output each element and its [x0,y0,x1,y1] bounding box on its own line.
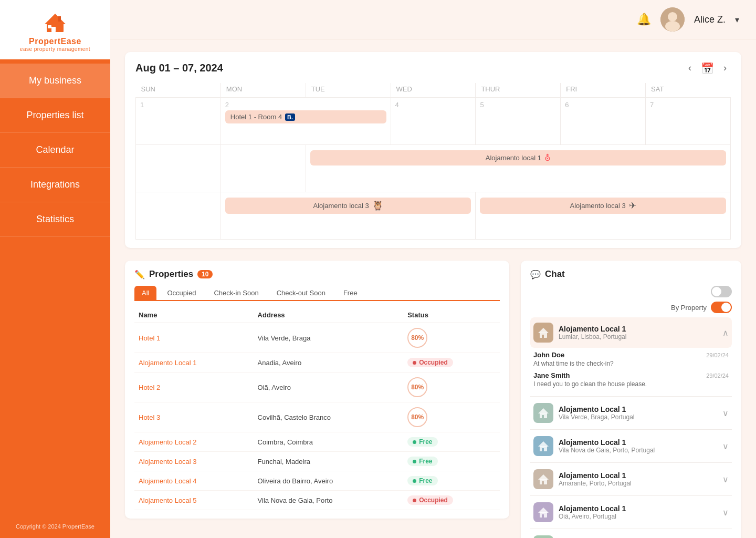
calendar-prev-button[interactable]: ‹ [684,60,696,76]
status-badge: Free [407,457,437,466]
chat-property-header[interactable]: Alojamento Local 1Vila Verde, Braga, Por… [530,398,732,428]
property-name-cell: Hotel 2 [134,373,254,402]
booking-hotel1-room4[interactable]: Hotel 1 - Room 4 B. [225,110,386,123]
table-row: Alojamento Local 4Oliveira do Bairro, Av… [134,471,500,491]
notification-bell-icon[interactable]: 🔔 [637,13,651,26]
chevron-down-icon[interactable]: ▾ [735,15,739,25]
chat-property-name: Alojamento Local 1 [559,504,717,513]
chat-property-name: Alojamento Local 1 [559,405,717,413]
calendar-next-button[interactable]: › [719,60,731,76]
filter-tab-checkin-soon[interactable]: Check-in Soon [206,286,266,300]
property-name-link[interactable]: Alojamento Local 5 [139,496,197,504]
header: 🔔 Alice Z. ▾ [110,0,756,39]
booking-label: Alojamento local 3 [570,202,626,210]
property-name-cell: Alojamento Local 4 [134,471,254,491]
calendar-nav: ‹ 📅 › [684,60,731,76]
tripadvisor-icon: 🦉 [372,200,383,211]
user-name[interactable]: Alice Z. [694,14,726,25]
property-name-link[interactable]: Hotel 3 [139,413,160,421]
filter-tab-checkout-soon[interactable]: Check-out Soon [269,286,333,300]
chat-groups: Alojamento Local 1Lumiar, Lisboa, Portug… [530,317,732,538]
calendar-row-2: Alojamento local 1 ⛢ [136,145,731,192]
property-name-link[interactable]: Hotel 1 [139,334,160,342]
status-dot-occupied [413,361,416,365]
property-status-cell: Occupied [403,353,500,373]
by-property-label: By Property [671,304,707,312]
sidebar-item-statistics[interactable]: Statistics [0,202,110,237]
chat-message: Jane Smith29/02/24I need you to go clean… [533,371,729,388]
sidebar: PropertEase ease property management My … [0,0,110,538]
chat-message: John Doe29/02/24At what time is the chec… [533,351,729,367]
property-name-link[interactable]: Alojamento Local 4 [139,477,197,485]
sidebar-nav: My business Properties list Calendar Int… [0,59,110,515]
booking-alojamento-local-3-tripadvisor[interactable]: Alojamento local 3 🦉 [225,198,471,214]
status-dot-free [413,479,416,483]
svg-rect-20 [542,481,544,484]
property-name-link[interactable]: Alojamento Local 2 [139,438,197,446]
status-badge: Occupied [407,358,453,367]
sidebar-item-my-business[interactable]: My business [0,64,110,98]
chat-property-location: Lumiar, Lisboa, Portugal [559,333,717,340]
chat-panel-title: 💬 Chat [530,269,732,280]
svg-point-7 [668,12,677,22]
property-status-cell: 80% [403,373,500,402]
property-name-link[interactable]: Hotel 2 [139,384,160,391]
property-name-link[interactable]: Alojamento Local 3 [139,458,197,465]
chat-message-text: I need you to go clean the house please. [533,380,729,388]
booking-label: Hotel 1 - Room 4 [230,113,282,121]
chevron-up-icon: ∧ [722,328,729,338]
chat-property-avatar [533,403,553,423]
chat-property-avatar [533,436,553,456]
chat-property-group: Alojamento Local 1Amarante, Porto, Portu… [530,464,732,496]
filter-tab-all[interactable]: All [134,286,156,300]
property-status-cell: Free [403,452,500,471]
table-row: Alojamento Local 3Funchal, Madeira Free [134,452,500,471]
calendar-header: Aug 01 – 07, 2024 ‹ 📅 › [135,60,731,76]
chat-toggle-row [530,286,732,297]
status-dot-free [413,440,416,444]
booking-alojamento-local-1-airbnb[interactable]: Alojamento local 1 ⛢ [310,150,726,165]
status-dot-free [413,460,416,463]
property-address-cell: Coimbra, Coimbra [254,432,404,452]
status-badge: Free [407,476,437,485]
property-status-cell: Free [403,471,500,491]
booking-alojamento-local-3-expedia[interactable]: Alojamento local 3 ✈ [480,198,726,214]
chat-property-location: Oiã, Aveiro, Portugal [559,513,717,520]
chat-property-header[interactable]: Alojamento Local 1Oiã, Aveiro, Portugal∨ [530,497,732,527]
calendar-grid-icon[interactable]: 📅 [701,62,714,75]
cell-sat-7: 7 [646,98,731,145]
svg-marker-9 [538,328,549,333]
sidebar-item-integrations[interactable]: Integrations [0,168,110,202]
col-status: Status [403,307,500,323]
property-address-cell: Oiã, Aveiro [254,373,404,402]
property-name-link[interactable]: Alojamento Local 1 [139,359,197,367]
filter-tab-occupied[interactable]: Occupied [160,286,203,300]
chat-property-header[interactable]: Alojamento Local 1Amarante, Porto, Portu… [530,464,732,494]
chat-property-header[interactable]: Alojamento Local 1Lumiar, Lisboa, Portug… [530,317,732,348]
expedia-icon: ✈ [629,200,636,211]
properties-count-badge: 10 [197,270,213,278]
chat-messages: John Doe29/02/24At what time is the chec… [530,349,732,396]
col-wed: WED [391,83,476,98]
chat-property-header[interactable]: Alojamento Local 1Anadia, Aveiro, Portug… [530,530,732,538]
properties-label: Properties [149,269,193,280]
table-row: Hotel 2Oiã, Aveiro80% [134,373,500,402]
sidebar-copyright: Copyright © 2024 PropertEase [10,515,100,538]
sidebar-item-properties-list[interactable]: Properties list [0,98,110,133]
avatar[interactable] [660,7,685,32]
status-dot-occupied [413,499,416,502]
property-name-cell: Alojamento Local 1 [134,353,254,373]
svg-marker-18 [538,474,549,480]
col-mon: MON [220,83,306,98]
chat-by-property-toggle[interactable] [711,302,732,313]
sidebar-item-calendar[interactable]: Calendar [0,133,110,168]
logo-sub: ease property management [20,46,90,52]
svg-marker-12 [538,408,549,413]
table-row: Hotel 3Covilhã, Castelo Branco80% [134,402,500,432]
chat-property-header[interactable]: Alojamento Local 1Vila Nova de Gaia, Por… [530,431,732,461]
filter-tab-free[interactable]: Free [336,286,365,300]
chat-property-group: Alojamento Local 1Oiã, Aveiro, Portugal∨ [530,497,732,529]
chat-off-toggle[interactable] [711,286,732,297]
status-badge: Occupied [407,495,453,505]
cell-row2-sun [136,145,221,192]
